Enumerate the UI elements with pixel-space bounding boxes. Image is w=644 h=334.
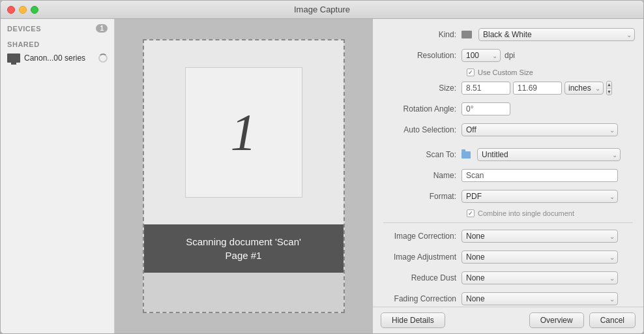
traffic-lights xyxy=(7,6,38,14)
auto-selection-select[interactable]: Off xyxy=(461,123,618,136)
scan-to-label: Scan To: xyxy=(383,150,461,159)
bottom-buttons: Hide Details Overview Cancel xyxy=(373,307,643,333)
size-control: inches ▲ ▼ xyxy=(461,81,633,95)
kind-label: Kind: xyxy=(383,30,461,39)
devices-section-header: DEVICES 1 xyxy=(1,19,114,35)
resolution-control: 100 dpi xyxy=(461,49,633,62)
rotation-input[interactable] xyxy=(461,102,510,115)
hide-details-button[interactable]: Hide Details xyxy=(381,312,445,328)
rotation-label: Rotation Angle: xyxy=(383,104,461,114)
device-item[interactable]: Canon...00 series xyxy=(1,51,114,65)
stepper-up[interactable]: ▲ xyxy=(607,82,611,89)
size-width-input[interactable] xyxy=(461,82,510,95)
scan-border: 1 Scanning document 'Scan' Page #1 xyxy=(143,39,345,313)
size-label: Size: xyxy=(383,84,461,93)
preview-area: 1 Scanning document 'Scan' Page #1 xyxy=(115,19,373,333)
reduce-dust-control: None xyxy=(461,271,633,284)
format-wrapper: PDF xyxy=(461,190,618,203)
reduce-dust-select[interactable]: None xyxy=(461,271,618,284)
combine-row: ✓ Combine into single document xyxy=(467,209,633,217)
custom-size-checkbox[interactable]: ✓ xyxy=(467,68,475,76)
stepper-down[interactable]: ▼ xyxy=(607,89,611,95)
cancel-button[interactable]: Cancel xyxy=(589,312,636,328)
rotation-control xyxy=(461,102,633,115)
maximize-button[interactable] xyxy=(31,6,38,14)
resolution-row: Resolution: 100 dpi xyxy=(383,48,633,63)
main-window: Image Capture DEVICES 1 SHARED Canon...0… xyxy=(0,0,644,334)
page-number-display: 1 xyxy=(231,103,257,162)
scan-to-select[interactable]: Untitled xyxy=(477,148,621,161)
name-input[interactable] xyxy=(461,169,618,182)
image-correction-label: Image Correction: xyxy=(383,232,461,241)
scan-bottom-area xyxy=(144,273,344,312)
kind-select[interactable]: Black & White xyxy=(478,28,635,41)
fading-correction-control: None xyxy=(461,292,633,305)
combine-checkbox[interactable]: ✓ xyxy=(467,209,475,217)
overview-button[interactable]: Overview xyxy=(529,312,584,328)
name-label: Name: xyxy=(383,171,461,180)
kind-row: Kind: Black & White xyxy=(383,27,633,42)
image-correction-control: None xyxy=(461,230,633,243)
preview-inner: 1 Scanning document 'Scan' Page #1 xyxy=(115,19,372,333)
divider1 xyxy=(383,222,633,223)
reduce-dust-row: Reduce Dust None xyxy=(383,270,633,286)
resolution-select[interactable]: 100 xyxy=(461,49,501,62)
image-correction-row: Image Correction: None xyxy=(383,228,633,244)
resolution-label: Resolution: xyxy=(383,51,461,60)
format-label: Format: xyxy=(383,192,461,201)
size-row: Size: inches ▲ ▼ xyxy=(383,80,633,96)
devices-badge: 1 xyxy=(96,24,108,33)
loading-spinner xyxy=(98,53,108,63)
format-select[interactable]: PDF xyxy=(461,190,618,203)
devices-label: DEVICES xyxy=(7,25,41,33)
format-control: PDF xyxy=(461,190,633,203)
fading-correction-row: Fading Correction None xyxy=(383,291,633,307)
image-adjustment-label: Image Adjustment xyxy=(383,252,461,262)
right-panel: Kind: Black & White Resolution: xyxy=(373,19,643,333)
image-correction-select[interactable]: None xyxy=(461,230,618,243)
image-adjustment-select[interactable]: None xyxy=(461,250,618,264)
scan-to-control: Untitled xyxy=(461,148,633,161)
custom-size-row: ✓ Use Custom Size xyxy=(467,68,633,76)
device-name: Canon...00 series xyxy=(24,53,95,63)
close-button[interactable] xyxy=(7,6,15,14)
sidebar: DEVICES 1 SHARED Canon...00 series xyxy=(1,19,115,333)
size-unit-wrapper: inches xyxy=(564,82,604,95)
scan-status-bar: Scanning document 'Scan' Page #1 xyxy=(144,224,344,273)
content-area: DEVICES 1 SHARED Canon...00 series 1 xyxy=(1,19,643,333)
auto-selection-control: Off xyxy=(461,123,633,136)
image-adjustment-control: None xyxy=(461,250,633,264)
fading-correction-wrapper: None xyxy=(461,292,618,305)
titlebar: Image Capture xyxy=(1,1,643,19)
combine-label: Combine into single document xyxy=(478,209,574,217)
size-stepper[interactable]: ▲ ▼ xyxy=(606,81,612,95)
scan-to-wrapper: Untitled xyxy=(477,148,621,161)
paper-area: 1 xyxy=(144,40,344,224)
format-row: Format: PDF xyxy=(383,189,633,204)
folder-icon xyxy=(461,151,471,159)
size-unit-select[interactable]: inches xyxy=(564,82,604,95)
kind-control: Black & White xyxy=(461,28,635,41)
image-adjustment-wrapper: None xyxy=(461,250,618,264)
image-correction-wrapper: None xyxy=(461,230,618,243)
fading-correction-select[interactable]: None xyxy=(461,292,618,305)
name-row: Name: xyxy=(383,168,633,183)
name-control xyxy=(461,169,633,182)
settings-area: Kind: Black & White Resolution: xyxy=(373,19,643,307)
reduce-dust-label: Reduce Dust xyxy=(383,273,461,282)
dpi-label: dpi xyxy=(505,51,515,60)
auto-selection-row: Auto Selection: Off xyxy=(383,122,633,138)
size-height-input[interactable] xyxy=(513,82,562,95)
shared-label: SHARED xyxy=(1,35,114,51)
auto-selection-wrapper: Off xyxy=(461,123,618,136)
scanner-icon xyxy=(7,53,20,63)
scan-document-label: Scanning document 'Scan' xyxy=(186,236,301,247)
scan-page-label: Page #1 xyxy=(226,250,262,261)
minimize-button[interactable] xyxy=(19,6,27,14)
resolution-select-wrapper: 100 xyxy=(461,49,501,62)
kind-select-wrapper: Black & White xyxy=(478,28,635,41)
auto-selection-label: Auto Selection: xyxy=(383,125,461,134)
paper-inner: 1 xyxy=(185,67,302,198)
reduce-dust-wrapper: None xyxy=(461,271,618,284)
scan-status-text: Scanning document 'Scan' Page #1 xyxy=(157,235,330,262)
